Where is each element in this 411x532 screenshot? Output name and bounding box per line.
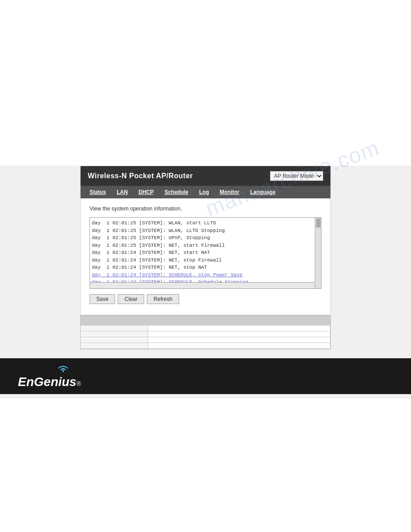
nav-item-language[interactable]: Language — [245, 187, 281, 197]
table-cell-value — [148, 326, 330, 331]
table-cell-value — [148, 337, 330, 343]
mode-select[interactable]: AP Router Mode — [270, 171, 323, 181]
brand-text: EnGenius — [18, 375, 77, 389]
save-button[interactable]: Save — [90, 294, 115, 304]
nav-item-lan[interactable]: LAN — [111, 187, 133, 197]
scrollbar-track — [316, 218, 321, 288]
log-line-8: day 1 02:01:24 [SYSTEM]: SCHEDULE, stop … — [92, 271, 313, 279]
bottom-space — [0, 399, 411, 532]
router-title: Wireless-N Pocket AP/Router — [88, 172, 193, 180]
wifi-icon — [56, 364, 70, 373]
log-line-6: day 1 02:01:24 [SYSTEM]: NET, stop Firew… — [92, 257, 313, 264]
info-table — [81, 326, 330, 349]
clear-button[interactable]: Clear — [118, 294, 144, 304]
table-row — [81, 343, 330, 349]
table-cell-label — [81, 343, 148, 349]
table-cell-label — [81, 331, 148, 337]
router-header: Wireless-N Pocket AP/Router AP Router Mo… — [81, 166, 330, 186]
middle-content: Wireless-N Pocket AP/Router AP Router Mo… — [0, 166, 411, 399]
scrollbar-vertical[interactable] — [315, 218, 321, 288]
log-line-7: day 1 02:01:24 [SYSTEM]: NET, stop NAT — [92, 264, 313, 271]
table-row — [81, 337, 330, 343]
log-textarea-wrapper[interactable]: day 1 02:01:25 [SYSTEM]: WLAN, start LLT… — [90, 217, 321, 289]
nav-item-log[interactable]: Log — [194, 187, 214, 197]
log-line-2: day 1 02:01:25 [SYSTEM]: WLAN, LLTD Stop… — [92, 227, 313, 235]
engenius-footer: EnGenius ® — [0, 358, 411, 394]
bottom-table-header — [81, 316, 330, 326]
log-line-4: day 1 02:01:25 [SYSTEM]: NET, start Fire… — [92, 242, 313, 249]
description-text: View the system operation information. — [90, 206, 321, 212]
mode-select-wrapper: AP Router Mode — [270, 171, 323, 181]
table-row — [81, 331, 330, 337]
router-panel: Wireless-N Pocket AP/Router AP Router Mo… — [80, 166, 331, 315]
table-cell-value — [148, 343, 330, 349]
nav-item-dhcp[interactable]: DHCP — [133, 187, 159, 197]
log-line-5: day 1 02:01:24 [SYSTEM]: NET, start NAT — [92, 249, 313, 257]
scrollbar-thumb[interactable] — [316, 219, 321, 227]
table-row — [81, 326, 330, 331]
page-wrapper: manuarchive.com Wireless-N Pocket AP/Rou… — [0, 0, 411, 532]
nav-item-schedule[interactable]: Schedule — [159, 187, 193, 197]
table-cell-label — [81, 337, 148, 343]
table-cell-label — [81, 326, 148, 331]
registered-symbol: ® — [77, 380, 81, 387]
nav-item-monitor[interactable]: Monitor — [214, 187, 245, 197]
scrollbar-horizontal[interactable] — [90, 282, 315, 288]
bottom-table — [80, 315, 331, 349]
engenius-logo: EnGenius ® — [18, 364, 81, 389]
button-row: Save Clear Refresh — [90, 294, 321, 304]
content-area: View the system operation information. d… — [81, 198, 330, 315]
table-cell-value — [148, 331, 330, 337]
log-line-3: day 1 02:01:25 [SYSTEM]: UPnP, Stopping — [92, 234, 313, 242]
log-line-1: day 1 02:01:25 [SYSTEM]: WLAN, start LLT… — [92, 219, 313, 227]
nav-item-status[interactable]: Status — [84, 187, 111, 197]
nav-bar: Status LAN DHCP Schedule Log Monitor Lan… — [81, 186, 330, 198]
refresh-button[interactable]: Refresh — [147, 294, 179, 304]
top-space — [0, 0, 411, 166]
log-content[interactable]: day 1 02:01:25 [SYSTEM]: WLAN, start LLT… — [90, 218, 315, 288]
